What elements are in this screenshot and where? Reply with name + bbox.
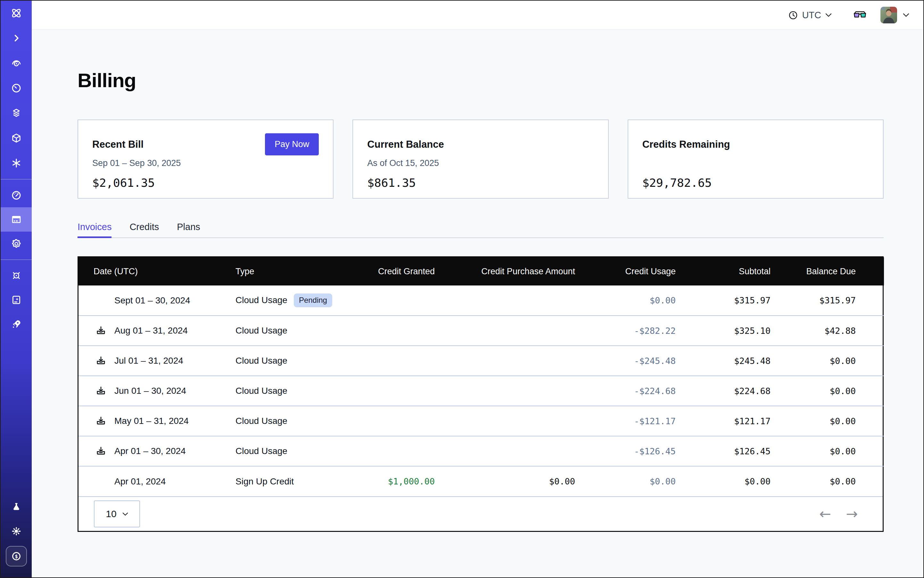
- subtotal-cell: $224.68: [677, 376, 772, 406]
- invoice-type: Cloud Usage: [235, 416, 287, 426]
- feature-preview-button[interactable]: [853, 10, 867, 20]
- sidebar-item-onboarding[interactable]: [1, 312, 32, 336]
- card-title: Recent Bill: [92, 139, 143, 150]
- summary-cards: Recent Bill Pay Now Sep 01 – Sep 30, 202…: [78, 120, 883, 199]
- sidebar-item-history[interactable]: [1, 76, 32, 101]
- invoice-table-body: Sept 01 – 30, 2024 Cloud Usage Pending $…: [78, 286, 884, 496]
- clock-icon: [788, 11, 798, 20]
- tab-plans[interactable]: Plans: [177, 222, 200, 237]
- balance-due-cell: $0.00: [772, 466, 884, 496]
- subtotal-cell: $325.10: [677, 316, 772, 346]
- credit-usage-cell: $0.00: [577, 286, 677, 316]
- credit-purchase-cell: [437, 406, 577, 436]
- invoice-type: Cloud Usage: [235, 386, 287, 396]
- table-row[interactable]: Sept 01 – 30, 2024 Cloud Usage Pending $…: [78, 286, 884, 316]
- credit-usage-cell: -$224.68: [577, 376, 677, 406]
- asterisk-icon: [11, 157, 22, 169]
- sidebar-item-docs[interactable]: [1, 288, 32, 312]
- recent-bill-card: Recent Bill Pay Now Sep 01 – Sep 30, 202…: [78, 120, 333, 199]
- page-title: Billing: [78, 30, 883, 91]
- credit-granted-cell: [361, 436, 437, 466]
- col-credit-purchase: Credit Purchase Amount: [437, 257, 577, 286]
- sidebar-item-theme[interactable]: [1, 519, 32, 543]
- pay-now-button[interactable]: Pay Now: [265, 133, 319, 156]
- download-invoice-icon[interactable]: [96, 446, 107, 456]
- credit-usage-cell: -$245.48: [577, 346, 677, 376]
- sidebar-divider: [1, 260, 32, 260]
- card-title: Credits Remaining: [642, 139, 730, 150]
- col-credit-granted: Credit Granted: [361, 257, 437, 286]
- card-subtitle: As of Oct 15, 2025: [367, 158, 594, 169]
- sidebar-item-support[interactable]: [1, 263, 32, 288]
- balance-due-cell: $315.97: [772, 286, 884, 316]
- credit-purchase-cell: [437, 436, 577, 466]
- invoice-date: Apr 01, 2024: [114, 476, 166, 487]
- sidebar: $: [1, 1, 32, 577]
- table-header: Date (UTC) Type Credit Granted Credit Pu…: [78, 257, 884, 286]
- credit-purchase-cell: [437, 316, 577, 346]
- timezone-label: UTC: [802, 10, 821, 21]
- next-page-button[interactable]: →: [846, 507, 858, 521]
- sidebar-item-labs[interactable]: [1, 495, 32, 519]
- book-sparkle-icon: [11, 294, 22, 305]
- table-row[interactable]: Apr 01, 2024 Sign Up Credit $1,000.00 $0…: [78, 466, 884, 496]
- balance-due-cell: $0.00: [772, 406, 884, 436]
- helm-wheel-icon: [11, 270, 22, 281]
- 3d-glasses-icon: [853, 10, 867, 20]
- table-row[interactable]: May 01 – 31, 2024 Cloud Usage -$121.17 $…: [78, 406, 884, 436]
- timezone-selector[interactable]: UTC: [788, 10, 832, 21]
- page-size-value: 10: [106, 508, 116, 520]
- credit-usage-cell: -$282.22: [577, 316, 677, 346]
- billing-page: Billing Recent Bill Pay Now Sep 01 – Sep…: [32, 30, 923, 577]
- prev-page-button[interactable]: ←: [819, 507, 831, 521]
- card-amount: $29,782.65: [642, 176, 869, 189]
- sidebar-item-shell[interactable]: [1, 26, 32, 50]
- sidebar-item-observability[interactable]: [1, 50, 32, 76]
- card-title: Current Balance: [367, 139, 444, 150]
- credit-granted-cell: [361, 316, 437, 346]
- col-credit-usage: Credit Usage: [577, 257, 677, 286]
- balance-due-cell: $0.00: [772, 436, 884, 466]
- balance-due-cell: $0.00: [772, 346, 884, 376]
- table-row[interactable]: Aug 01 – 31, 2024 Cloud Usage -$282.22 $…: [78, 316, 884, 346]
- credit-purchase-cell: [437, 286, 577, 316]
- credit-granted-cell: [361, 346, 437, 376]
- table-row[interactable]: Apr 01 – 30, 2024 Cloud Usage -$126.45 $…: [78, 436, 884, 466]
- table-row[interactable]: Jul 01 – 31, 2024 Cloud Usage -$245.48 $…: [78, 346, 884, 376]
- table-row[interactable]: Jun 01 – 30, 2024 Cloud Usage -$224.68 $…: [78, 376, 884, 406]
- download-invoice-icon[interactable]: [96, 416, 107, 427]
- chevron-down-icon: [122, 512, 128, 516]
- credit-granted-cell: [361, 406, 437, 436]
- page-size-select[interactable]: 10: [94, 500, 140, 528]
- invoice-type: Sign Up Credit: [235, 476, 294, 487]
- credits-button[interactable]: $: [6, 546, 27, 567]
- credits-remaining-card: Credits Remaining $29,782.65: [628, 120, 883, 199]
- download-invoice-icon[interactable]: [96, 325, 107, 336]
- invoice-type: Cloud Usage: [235, 446, 287, 456]
- svg-text:$: $: [15, 553, 18, 559]
- status-badge: Pending: [294, 294, 332, 307]
- sidebar-item-settings[interactable]: [1, 232, 32, 256]
- invoice-date: May 01 – 31, 2024: [114, 416, 189, 426]
- user-avatar[interactable]: [880, 7, 897, 23]
- download-invoice-icon[interactable]: [96, 385, 107, 396]
- credit-purchase-cell: $0.00: [437, 466, 577, 496]
- credit-usage-cell: -$121.17: [577, 406, 677, 436]
- invoice-date: Aug 01 – 31, 2024: [114, 326, 188, 336]
- tab-invoices[interactable]: Invoices: [78, 222, 112, 237]
- invoice-date: Sept 01 – 30, 2024: [114, 295, 190, 306]
- download-invoice-icon[interactable]: [96, 355, 107, 366]
- sidebar-item-billing[interactable]: [1, 207, 32, 232]
- sidebar-item-secrets[interactable]: [1, 151, 32, 175]
- current-balance-card: Current Balance As of Oct 15, 2025 $861.…: [352, 120, 608, 199]
- credit-usage-cell: -$126.45: [577, 436, 677, 466]
- card-amount: $2,061.35: [92, 176, 319, 189]
- app-logo[interactable]: [1, 1, 32, 26]
- tab-credits[interactable]: Credits: [130, 222, 159, 237]
- sidebar-item-containers[interactable]: [1, 126, 32, 151]
- sidebar-item-layers[interactable]: [1, 101, 32, 126]
- sidebar-item-usage[interactable]: [1, 183, 32, 207]
- layers-icon: [11, 108, 22, 119]
- sidebar-bottom-group: $: [1, 495, 32, 577]
- account-menu-chevron-icon[interactable]: [903, 13, 909, 17]
